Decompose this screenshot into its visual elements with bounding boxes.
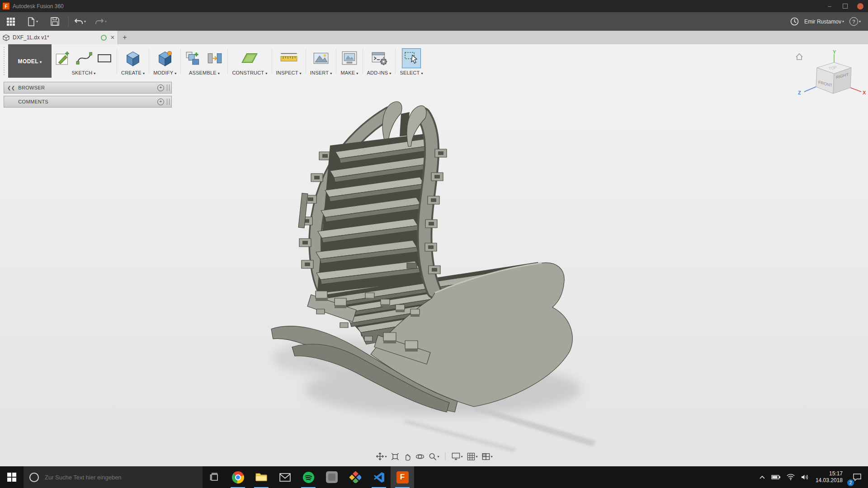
modify-dropdown[interactable]: MODIFY [153,70,176,76]
axis-y-label: Y [833,50,836,55]
create-form-icon[interactable] [124,49,142,67]
collapse-panel-icon[interactable]: ❮❮ [7,85,15,90]
window-title: Autodesk Fusion 360 [13,3,64,9]
viewports-icon[interactable]: ▾ [482,452,493,461]
mail-icon [279,473,291,482]
rectangle-tool-icon[interactable] [96,50,113,66]
taskbar-app-spotify[interactable] [297,466,320,488]
ribbon-toolbar: MODEL SKETCH [0,44,868,79]
sketch-dropdown[interactable]: SKETCH [71,70,95,76]
job-status-clock-icon[interactable] [788,15,802,28]
notification-icon [853,473,862,481]
tray-expand-icon[interactable] [756,475,768,479]
title-bar: F Autodesk Fusion 360 – [0,0,868,12]
document-tab-active[interactable]: DXF_1L.dx v1* [0,31,118,44]
construction-plane-icon[interactable] [240,49,259,67]
help-menu[interactable]: ? ▾ [847,15,863,28]
document-cube-icon [3,34,9,41]
taskbar-app-mail[interactable] [273,466,297,488]
pan-hand-icon[interactable] [403,452,411,461]
new-tab-button[interactable] [118,31,132,44]
document-tab-bar: DXF_1L.dx v1* [0,31,868,44]
make-dropdown[interactable]: MAKE [340,70,358,76]
joint-icon[interactable] [206,50,223,67]
addins-dropdown[interactable]: ADD-INS [367,70,392,76]
grid-settings-icon[interactable]: ▾ [467,452,478,461]
create-sketch-icon[interactable] [55,50,72,67]
taskbar-search[interactable] [24,466,203,488]
notification-badge: 2 [847,479,854,486]
taskbar-app-icon-5[interactable] [320,466,344,488]
action-center-button[interactable]: 2 [846,466,868,488]
battery-icon[interactable] [768,474,783,480]
user-name: Emir Rustamov [804,19,841,25]
toolbar-grip[interactable] [3,47,7,75]
rocking-chair-3d-model[interactable] [0,78,868,466]
scripts-addins-icon[interactable] [370,50,388,67]
panel-grip[interactable] [167,99,170,105]
comments-panel-header[interactable]: ❮❮ COMMENTS [4,96,172,108]
3d-print-icon[interactable] [341,50,358,67]
comments-panel-label: COMMENTS [18,99,48,104]
close-button[interactable] [853,0,868,12]
minimize-button[interactable]: – [822,0,837,12]
file-menu-button[interactable]: ▾ [24,15,41,28]
close-tab-icon[interactable] [110,34,115,41]
orbit-icon[interactable] [415,452,424,461]
taskbar-app-vscode[interactable] [367,466,391,488]
taskbar-app-explorer[interactable] [250,466,273,488]
vscode-icon [373,472,385,483]
pan-icon[interactable]: ▾ [375,452,387,461]
start-button[interactable] [0,466,24,488]
comments-add-icon[interactable] [157,99,164,105]
canvas-image-icon[interactable] [312,50,330,67]
chrome-icon [232,471,244,483]
measure-icon[interactable] [279,49,298,67]
taskbar-app-fusion360[interactable]: F [391,466,414,488]
construct-dropdown[interactable]: CONSTRUCT [232,70,267,76]
model-viewport[interactable]: ❮❮ BROWSER ❮❮ COMMENTS Y Z X TOP [0,78,868,466]
volume-icon[interactable] [798,474,812,480]
taskbar-app-icon-6[interactable] [344,466,367,488]
ribbon-group-assemble: ASSEMBLE [182,44,226,78]
taskbar-clock[interactable]: 15:17 14.03.2018 [812,470,846,484]
select-dropdown[interactable]: SELECT [400,70,423,76]
maximize-button[interactable] [837,0,853,12]
fit-icon[interactable] [391,452,399,461]
search-input[interactable] [44,474,181,481]
task-view-button[interactable] [203,466,226,488]
user-account-menu[interactable]: Emir Rustamov ▾ [802,15,847,28]
ribbon-group-inspect: INSPECT [273,44,305,78]
press-pull-icon[interactable] [156,49,174,67]
panel-grip[interactable] [167,84,170,91]
ribbon-group-addins: ADD-INS [364,44,395,78]
app-grid-icon[interactable] [4,15,18,28]
quick-access-toolbar: ▾ ▾ ▾ Emir Rustamov ▾ ? ▾ [0,12,868,31]
ribbon-group-modify: MODIFY [150,44,179,78]
browser-panel-header[interactable]: ❮❮ BROWSER [4,82,172,94]
select-cursor-icon [403,50,420,65]
new-component-icon[interactable] [185,50,202,67]
workspace-selector[interactable]: MODEL [8,44,52,78]
display-settings-icon[interactable]: ▾ [451,452,462,460]
spline-icon[interactable] [76,50,92,66]
home-icon[interactable] [796,54,802,60]
inspect-dropdown[interactable]: INSPECT [276,70,302,76]
tray-time: 15:17 [816,470,843,477]
insert-dropdown[interactable]: INSERT [310,70,332,76]
ribbon-group-insert: INSERT [307,44,335,78]
document-tab-title: DXF_1L.dx v1* [13,34,49,41]
save-button[interactable] [48,15,62,28]
browser-add-icon[interactable] [157,84,164,91]
create-dropdown[interactable]: CREATE [121,70,145,76]
undo-button[interactable]: ▾ [71,15,89,28]
ribbon-group-construct: CONSTRUCT [229,44,270,78]
zoom-icon[interactable]: ▾ [428,452,439,461]
wifi-icon[interactable] [783,474,798,480]
select-tool-active[interactable] [402,48,421,68]
redo-button[interactable]: ▾ [92,15,109,28]
view-cube[interactable]: Y Z X TOP FRONT RIGHT [793,50,868,111]
assemble-dropdown[interactable]: ASSEMBLE [189,70,220,76]
taskbar-app-chrome[interactable] [226,466,250,488]
ribbon-group-sketch: SKETCH [52,44,116,78]
